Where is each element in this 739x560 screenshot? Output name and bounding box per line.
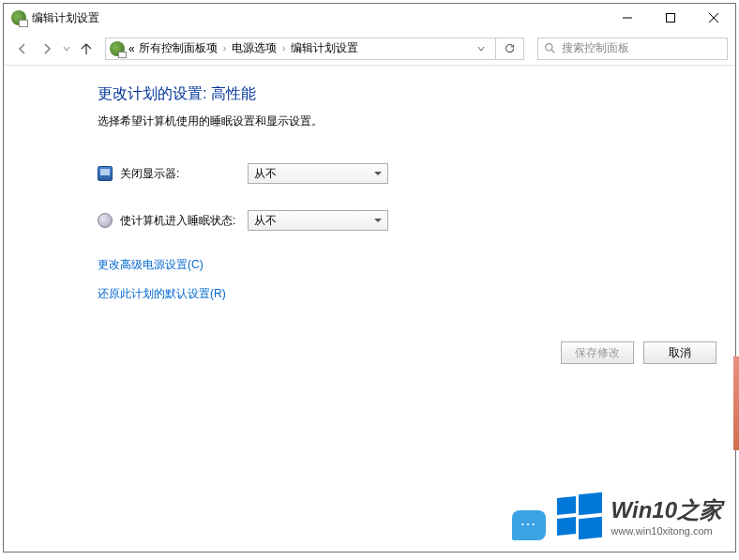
breadcrumb-item[interactable]: 所有控制面板项	[139, 40, 218, 56]
history-dropdown[interactable]	[60, 45, 73, 53]
brand-name: Win10之家	[611, 495, 722, 525]
chat-bubble-icon	[512, 510, 546, 540]
svg-point-4	[546, 44, 552, 51]
dropdown-value: 从不	[254, 166, 277, 182]
advanced-settings-link[interactable]: 更改高级电源设置(C)	[98, 258, 204, 271]
maximize-button[interactable]	[649, 4, 692, 32]
svg-line-5	[551, 50, 554, 53]
navigation-bar: « 所有控制面板项 › 电源选项 › 编辑计划设置 搜索控制面板	[4, 32, 735, 66]
watermark: Win10之家 www.win10xitong.com	[557, 493, 722, 538]
advanced-link-row: 更改高级电源设置(C)	[98, 257, 735, 273]
sleep-row: 使计算机进入睡眠状态: 从不	[98, 210, 735, 231]
display-off-row: 关闭显示器: 从不	[98, 163, 735, 184]
forward-button[interactable]	[36, 38, 58, 60]
sleep-label: 使计算机进入睡眠状态:	[120, 213, 248, 229]
close-button[interactable]	[692, 4, 735, 32]
search-placeholder: 搜索控制面板	[562, 40, 629, 56]
chevron-right-icon[interactable]: ›	[221, 43, 228, 53]
brand-text: Win10之家 www.win10xitong.com	[611, 495, 722, 537]
up-button[interactable]	[75, 38, 98, 60]
moon-icon	[98, 213, 113, 228]
power-options-icon	[11, 10, 26, 25]
display-off-dropdown[interactable]: 从不	[248, 163, 388, 184]
address-bar-wrap: « 所有控制面板项 › 电源选项 › 编辑计划设置	[105, 38, 524, 60]
display-off-label: 关闭显示器:	[120, 166, 248, 182]
brand-url: www.win10xitong.com	[611, 525, 722, 537]
windows-logo-icon	[557, 493, 602, 538]
window-title: 编辑计划设置	[32, 10, 606, 26]
control-panel-window: 编辑计划设置 «	[3, 3, 736, 552]
content-area: 更改计划的设置: 高性能 选择希望计算机使用的睡眠设置和显示设置。 关闭显示器:…	[4, 66, 735, 552]
cancel-button[interactable]: 取消	[643, 341, 716, 364]
refresh-button[interactable]	[496, 38, 524, 60]
breadcrumb-item[interactable]: 电源选项	[232, 40, 277, 56]
titlebar: 编辑计划设置	[4, 4, 735, 32]
restore-link-row: 还原此计划的默认设置(R)	[98, 286, 735, 302]
page-heading: 更改计划的设置: 高性能	[98, 84, 735, 104]
address-bar[interactable]: « 所有控制面板项 › 电源选项 › 编辑计划设置	[105, 38, 496, 60]
window-controls	[606, 4, 735, 32]
address-dropdown[interactable]	[471, 45, 491, 53]
breadcrumb-prefix: «	[128, 42, 135, 55]
background-decoration	[733, 356, 739, 450]
chevron-right-icon[interactable]: ›	[280, 43, 287, 53]
location-icon	[110, 41, 125, 56]
minimize-button[interactable]	[606, 4, 649, 32]
save-button[interactable]: 保存修改	[561, 341, 634, 364]
search-input[interactable]: 搜索控制面板	[537, 38, 728, 60]
restore-defaults-link[interactable]: 还原此计划的默认设置(R)	[98, 287, 226, 300]
page-subtext: 选择希望计算机使用的睡眠设置和显示设置。	[98, 114, 735, 129]
dropdown-value: 从不	[254, 213, 277, 229]
monitor-icon	[98, 166, 113, 181]
breadcrumb-item[interactable]: 编辑计划设置	[291, 40, 358, 56]
search-icon	[544, 42, 556, 54]
svg-rect-1	[667, 14, 675, 23]
sleep-dropdown[interactable]: 从不	[248, 210, 388, 231]
back-button[interactable]	[11, 38, 34, 60]
action-buttons: 保存修改 取消	[561, 341, 716, 364]
